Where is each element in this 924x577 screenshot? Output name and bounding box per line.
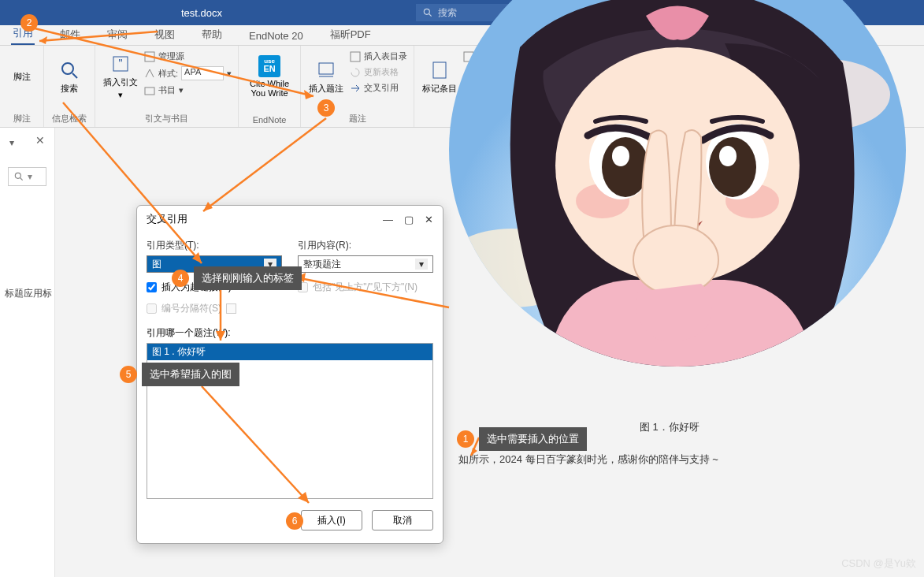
insert-citation-icon: "	[109, 53, 132, 75]
document-image[interactable]	[449, 0, 906, 418]
dialog-maximize-icon[interactable]: ▢	[404, 214, 414, 225]
document-filename: test.docx	[181, 7, 222, 19]
dialog-minimize-icon[interactable]: —	[383, 214, 393, 225]
endnote-icon: useEN	[258, 55, 280, 77]
mark-entry-icon	[429, 59, 451, 81]
tab-mailings[interactable]: 邮件	[58, 24, 82, 45]
svg-line-16	[20, 178, 23, 181]
annotation-badge-6: 6	[286, 512, 303, 530]
watermark: CSDN @是Yu欸	[841, 557, 916, 571]
tab-review[interactable]: 审阅	[106, 24, 129, 45]
svg-point-29	[719, 146, 737, 166]
which-caption-label: 引用哪一个题注(W):	[147, 326, 433, 340]
annotation-callout-5: 选中希望插入的图	[142, 363, 239, 386]
annotation-badge-1: 1	[457, 430, 474, 448]
group-citation-label: 引文与书目	[102, 110, 232, 127]
svg-point-30	[633, 225, 718, 295]
footnote-label: 脚注	[13, 71, 31, 83]
biblio-icon	[144, 85, 155, 96]
crossref-icon	[350, 83, 361, 94]
svg-rect-11	[433, 62, 446, 78]
svg-point-2	[62, 63, 73, 74]
sources-icon	[144, 51, 155, 62]
dialog-close-icon[interactable]: ✕	[425, 214, 433, 225]
reference-type-label: 引用类型(T):	[147, 239, 282, 252]
tab-view[interactable]: 视图	[153, 24, 176, 45]
annotation-badge-5: 5	[120, 366, 137, 383]
dialog-title: 交叉引用	[147, 212, 187, 226]
tab-help[interactable]: 帮助	[200, 24, 224, 45]
image-caption: 图 1．你好呀	[640, 420, 699, 434]
style-applied-text: 标题应用标	[5, 287, 52, 300]
svg-rect-8	[319, 63, 333, 74]
svg-rect-6	[145, 52, 154, 61]
svg-text:": "	[119, 57, 123, 69]
nav-search-input[interactable]: ▾	[8, 167, 46, 186]
update-icon	[350, 67, 361, 78]
search-icon	[13, 171, 24, 182]
research-search-button[interactable]: 搜索	[50, 49, 88, 104]
group-endnote-label: EndNote	[245, 113, 294, 127]
reference-content-label: 引用内容(R):	[298, 239, 433, 252]
navigation-pane: ▾ ✕ ▾	[0, 128, 55, 577]
insert-table-of-figures-button[interactable]: 插入表目录	[350, 49, 407, 64]
insert-citation-button[interactable]: " 插入引文 ▾	[102, 49, 139, 104]
footnote-button[interactable]: 脚注	[6, 49, 37, 104]
svg-rect-7	[145, 87, 154, 95]
annotation-badge-4: 4	[172, 270, 189, 287]
tab-endnote[interactable]: EndNote 20	[247, 27, 305, 45]
number-separator-checkbox[interactable]: 编号分隔符(S)	[147, 302, 282, 315]
svg-rect-10	[351, 52, 360, 61]
cross-reference-button[interactable]: 交叉引用	[350, 80, 407, 95]
list-item[interactable]: 图 1 . 你好呀	[147, 344, 432, 360]
document-body-text[interactable]: 如所示，2024 每日百字篆刻时光，感谢你的陪伴与支持 ~	[458, 452, 718, 467]
annotation-badge-2: 2	[20, 14, 38, 32]
caption-icon	[315, 59, 337, 81]
svg-point-28	[709, 137, 756, 197]
svg-point-15	[15, 173, 20, 178]
manage-sources-button[interactable]: 管理源	[144, 49, 232, 64]
chevron-down-icon: ▾	[118, 90, 123, 100]
svg-point-26	[612, 146, 629, 166]
smart-lookup-icon	[58, 59, 80, 81]
bibliography-button[interactable]: 书目 ▾	[144, 83, 232, 98]
insert-caption-button[interactable]: 插入题注	[307, 49, 345, 104]
group-footnote-label: 脚注	[6, 110, 37, 127]
endnote-cwyw-button[interactable]: useEN Cite While You Write	[245, 49, 294, 104]
annotation-callout-1: 选中需要插入的位置	[479, 427, 587, 451]
svg-line-3	[72, 73, 77, 78]
style-icon	[144, 68, 155, 79]
reference-content-select[interactable]: 整项题注	[298, 255, 433, 273]
cancel-button[interactable]: 取消	[372, 510, 433, 530]
svg-line-1	[429, 14, 432, 17]
tab-foxit[interactable]: 福昕PDF	[328, 24, 373, 45]
include-above-below-checkbox[interactable]: 包括"见上方"/"见下方"(N)	[298, 281, 433, 294]
group-research-label: 信息检索	[50, 110, 88, 127]
nav-dropdown-icon[interactable]: ▾	[9, 137, 14, 148]
annotation-callout-4: 选择刚刚输入的标签	[194, 266, 302, 290]
update-table-button[interactable]: 更新表格	[350, 65, 407, 80]
separator-input[interactable]	[226, 303, 236, 314]
citation-style-select[interactable]: 样式:APA▾	[144, 65, 232, 82]
insert-button[interactable]: 插入(I)	[301, 510, 362, 530]
annotation-badge-3: 3	[317, 99, 335, 117]
search-icon	[422, 7, 433, 18]
svg-point-0	[424, 9, 429, 14]
tof-icon	[350, 51, 361, 62]
nav-close-icon[interactable]: ✕	[35, 134, 45, 147]
